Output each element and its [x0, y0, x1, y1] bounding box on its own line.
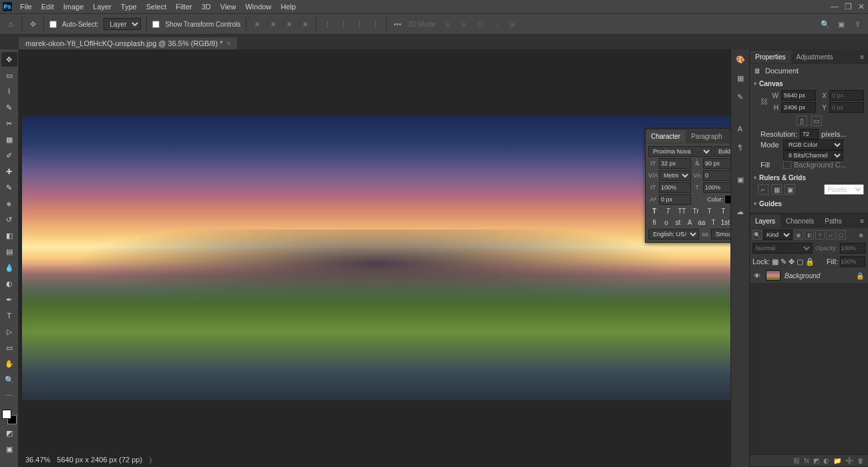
- show-transform-checkbox[interactable]: [152, 21, 160, 28]
- font-weight-select[interactable]: Bold: [714, 146, 730, 157]
- stylistic-alt-button[interactable]: aa: [697, 219, 706, 226]
- menu-3d[interactable]: 3D: [198, 1, 215, 12]
- menu-help[interactable]: Help: [277, 1, 300, 12]
- swash-button[interactable]: A: [685, 219, 694, 226]
- gradient-tool[interactable]: ▤: [1, 244, 17, 259]
- menu-edit[interactable]: Edit: [37, 1, 58, 12]
- menu-window[interactable]: Window: [241, 1, 275, 12]
- distribute-v-icon[interactable]: ⋮: [338, 19, 349, 29]
- smallcaps-button[interactable]: Tr: [691, 207, 700, 215]
- auto-select-checkbox[interactable]: [49, 21, 57, 28]
- hscale-input[interactable]: [703, 182, 730, 193]
- home-icon[interactable]: ⌂: [5, 19, 16, 29]
- filter-shape-icon[interactable]: ▱: [826, 230, 835, 240]
- eraser-tool[interactable]: ◧: [1, 228, 17, 243]
- lock-transparent-icon[interactable]: ▦: [772, 258, 779, 266]
- canvas-image[interactable]: [22, 116, 730, 400]
- dock-paragraph-icon[interactable]: ¶: [734, 141, 746, 153]
- allcaps-button[interactable]: TT: [677, 207, 686, 215]
- menu-file[interactable]: File: [16, 1, 36, 12]
- window-close-icon[interactable]: ✕: [857, 3, 865, 11]
- layer-lock-icon[interactable]: 🔒: [856, 272, 864, 280]
- character-panel[interactable]: Character Paragraph » ≡ Proxima Nova Bol…: [645, 128, 730, 243]
- layer-fx-icon[interactable]: fx: [804, 457, 809, 464]
- document-tab[interactable]: marek-okon-Y8_LOflHcKQ-unsplash.jpg @ 36…: [19, 37, 237, 49]
- contextual-alt-button[interactable]: o: [662, 219, 671, 226]
- panel-collapse-icon[interactable]: »: [728, 130, 730, 143]
- opacity-input[interactable]: [840, 243, 865, 254]
- dock-libraries-icon[interactable]: ☁: [734, 205, 746, 217]
- menu-layer[interactable]: Layer: [89, 1, 116, 12]
- tab-paragraph[interactable]: Paragraph: [686, 130, 728, 143]
- color-swatch[interactable]: [2, 410, 17, 424]
- filter-smart-icon[interactable]: ▢: [837, 230, 846, 240]
- filter-toggle-icon[interactable]: ◉: [856, 230, 865, 240]
- search-icon[interactable]: 🔍: [820, 19, 831, 29]
- grid-toggle-button[interactable]: ▦: [771, 184, 782, 195]
- new-fill-icon[interactable]: ◐: [823, 457, 829, 464]
- section-canvas[interactable]: Canvas: [754, 77, 864, 90]
- tab-character[interactable]: Character: [646, 130, 686, 143]
- baseline-input[interactable]: [659, 194, 691, 205]
- tab-paths[interactable]: Paths: [819, 215, 847, 227]
- dock-char-icon[interactable]: A: [734, 123, 746, 135]
- share-icon[interactable]: ⇪: [852, 19, 863, 29]
- healing-tool[interactable]: ✚: [1, 164, 17, 179]
- lock-artboard-icon[interactable]: ▢: [797, 258, 803, 266]
- marquee-tool[interactable]: ▭: [1, 68, 17, 83]
- canvas-width-input[interactable]: [781, 90, 816, 101]
- quick-mask-tool[interactable]: ◩: [1, 426, 17, 440]
- properties-menu-icon[interactable]: ≡: [855, 51, 868, 63]
- canvas-x-input[interactable]: [829, 90, 864, 101]
- ordinals-button[interactable]: 1st: [720, 219, 730, 226]
- tab-channels[interactable]: Channels: [781, 215, 819, 227]
- titling-alt-button[interactable]: T: [709, 219, 718, 226]
- menu-filter[interactable]: Filter: [172, 1, 196, 12]
- pixel-grid-button[interactable]: ▣: [785, 184, 795, 195]
- section-guides[interactable]: Guides: [754, 197, 864, 210]
- tracking-input[interactable]: [703, 170, 730, 181]
- dock-color-icon[interactable]: 🎨: [734, 53, 746, 65]
- close-tab-icon[interactable]: ×: [226, 40, 230, 47]
- subscript-button[interactable]: T: [718, 207, 728, 215]
- new-layer-icon[interactable]: ➕: [845, 457, 853, 464]
- align-center-h-icon[interactable]: ≡: [268, 19, 278, 29]
- layer-name[interactable]: Background: [785, 272, 820, 280]
- align-right-icon[interactable]: ≡: [284, 19, 294, 29]
- blend-mode-select[interactable]: Normal: [752, 243, 813, 254]
- dock-actions-icon[interactable]: ▣: [734, 173, 746, 185]
- distribute-center-icon[interactable]: ⋮: [370, 19, 381, 29]
- font-family-select[interactable]: Proxima Nova: [648, 146, 712, 157]
- eyedropper-tool[interactable]: ✐: [1, 148, 17, 163]
- path-select-tool[interactable]: ▷: [1, 324, 17, 339]
- zoom-tool[interactable]: 🔍: [1, 372, 17, 387]
- new-group-icon[interactable]: 📁: [833, 457, 841, 464]
- screen-mode-tool[interactable]: ▣: [1, 442, 17, 456]
- window-minimize-icon[interactable]: —: [831, 3, 839, 11]
- fill-swatch[interactable]: [783, 161, 791, 169]
- delete-layer-icon[interactable]: 🗑: [857, 457, 864, 464]
- dock-swatches-icon[interactable]: ▦: [734, 72, 746, 84]
- align-top-icon[interactable]: ≡: [300, 19, 310, 29]
- lock-position-icon[interactable]: ✥: [789, 258, 795, 266]
- edit-toolbar[interactable]: ⋯: [1, 388, 17, 403]
- antialias-select[interactable]: Smooth: [711, 229, 730, 240]
- hand-tool[interactable]: ✋: [1, 356, 17, 371]
- layer-row-background[interactable]: 👁 Background 🔒: [750, 268, 868, 283]
- language-select[interactable]: English: USA: [648, 229, 699, 240]
- filter-type-icon[interactable]: T: [815, 230, 825, 240]
- landscape-button[interactable]: ▭: [811, 115, 822, 126]
- auto-select-target[interactable]: Layer: [103, 18, 141, 30]
- blur-tool[interactable]: 💧: [1, 260, 17, 275]
- kerning-select[interactable]: Metrics: [659, 170, 691, 181]
- filter-search-icon[interactable]: 🔍: [752, 230, 762, 240]
- tab-adjustments[interactable]: Adjustments: [791, 51, 839, 63]
- pen-tool[interactable]: ✒: [1, 292, 17, 307]
- frame-tool[interactable]: ▦: [1, 132, 17, 147]
- superscript-button[interactable]: T: [705, 207, 714, 215]
- filter-adjust-icon[interactable]: ◐: [805, 230, 814, 240]
- layers-menu-icon[interactable]: ≡: [855, 215, 868, 227]
- more-options-icon[interactable]: •••: [392, 19, 403, 29]
- lasso-tool[interactable]: ⌇: [1, 84, 17, 99]
- ligatures-button[interactable]: fi: [650, 219, 659, 226]
